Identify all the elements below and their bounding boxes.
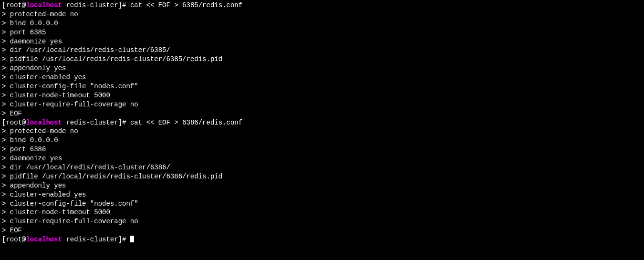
continuation-line: > port 6386 <box>2 145 642 154</box>
heredoc-text: cluster-config-file "nodes.conf" <box>10 200 138 208</box>
command-text: cat << EOF > 6385/redis.conf <box>130 1 242 9</box>
heredoc-text: port 6385 <box>10 29 46 36</box>
continuation-prompt: > <box>2 83 10 90</box>
bracket-close: ] <box>118 1 122 9</box>
prompt-path: redis-cluster <box>66 119 118 126</box>
heredoc-text: dir /usr/local/redis/redis-cluster/6385/ <box>10 46 170 54</box>
heredoc-text: protected-mode no <box>10 127 78 135</box>
continuation-prompt: > <box>2 200 10 208</box>
continuation-prompt: > <box>2 208 10 216</box>
continuation-prompt: > <box>2 136 10 144</box>
prompt-line: [root@localhost redis-cluster]# <box>2 235 642 244</box>
continuation-line: > cluster-config-file "nodes.conf" <box>2 199 642 208</box>
continuation-line: > pidfile /usr/local/redis/redis-cluster… <box>2 172 642 181</box>
command-text: cat << EOF > 6386/redis.conf <box>130 119 242 126</box>
prompt-hash: # <box>122 236 130 243</box>
terminal-output[interactable]: [root@localhost redis-cluster]# cat << E… <box>2 1 642 244</box>
continuation-prompt: > <box>2 110 10 117</box>
heredoc-text: pidfile /usr/local/redis/redis-cluster/6… <box>10 173 222 180</box>
heredoc-text: daemonize yes <box>10 155 62 162</box>
continuation-line: > bind 0.0.0.0 <box>2 19 642 28</box>
continuation-line: > dir /usr/local/redis/redis-cluster/638… <box>2 163 642 172</box>
prompt-line: [root@localhost redis-cluster]# cat << E… <box>2 1 642 10</box>
bracket-close: ] <box>118 236 122 243</box>
heredoc-text: cluster-require-full-coverage no <box>10 101 138 108</box>
continuation-line: > pidfile /usr/local/redis/redis-cluster… <box>2 55 642 64</box>
continuation-line: > cluster-node-timeout 5000 <box>2 208 642 217</box>
heredoc-text: cluster-node-timeout 5000 <box>10 208 110 216</box>
continuation-line: > cluster-node-timeout 5000 <box>2 91 642 100</box>
heredoc-text: cluster-enabled yes <box>10 191 86 198</box>
continuation-prompt: > <box>2 73 10 81</box>
prompt-user: root <box>6 119 22 126</box>
continuation-prompt: > <box>2 29 10 36</box>
heredoc-text: EOF <box>10 110 22 117</box>
continuation-line: > cluster-require-full-coverage no <box>2 217 642 226</box>
prompt-hash: # <box>122 1 130 9</box>
continuation-prompt: > <box>2 10 10 18</box>
prompt-host: localhost <box>26 236 62 243</box>
prompt-path: redis-cluster <box>66 1 118 9</box>
continuation-line: > protected-mode no <box>2 127 642 136</box>
continuation-prompt: > <box>2 46 10 54</box>
continuation-prompt: > <box>2 101 10 108</box>
heredoc-text: cluster-require-full-coverage no <box>10 218 138 225</box>
continuation-prompt: > <box>2 164 10 171</box>
continuation-prompt: > <box>2 20 10 27</box>
heredoc-text: pidfile /usr/local/redis/redis-cluster/6… <box>10 55 222 63</box>
continuation-prompt: > <box>2 182 10 189</box>
heredoc-text: cluster-node-timeout 5000 <box>10 92 110 99</box>
heredoc-text: appendonly yes <box>10 182 66 189</box>
heredoc-text: dir /usr/local/redis/redis-cluster/6386/ <box>10 164 170 171</box>
continuation-line: > daemonize yes <box>2 154 642 163</box>
prompt-path: redis-cluster <box>66 236 118 243</box>
continuation-line: > appendonly yes <box>2 181 642 190</box>
continuation-line: > protected-mode no <box>2 10 642 19</box>
continuation-prompt: > <box>2 173 10 180</box>
prompt-line: [root@localhost redis-cluster]# cat << E… <box>2 118 642 127</box>
cursor[interactable] <box>130 236 134 242</box>
continuation-line: > bind 0.0.0.0 <box>2 136 642 145</box>
continuation-prompt: > <box>2 55 10 63</box>
continuation-prompt: > <box>2 218 10 225</box>
heredoc-text: bind 0.0.0.0 <box>10 20 58 27</box>
prompt-host: localhost <box>26 1 62 9</box>
continuation-line: > cluster-config-file "nodes.conf" <box>2 82 642 91</box>
continuation-prompt: > <box>2 227 10 234</box>
heredoc-text: EOF <box>10 227 22 234</box>
prompt-hash: # <box>122 119 130 126</box>
heredoc-text: daemonize yes <box>10 38 62 45</box>
continuation-line: > dir /usr/local/redis/redis-cluster/638… <box>2 46 642 55</box>
continuation-line: > appendonly yes <box>2 64 642 73</box>
heredoc-text: appendonly yes <box>10 64 66 72</box>
prompt-user: root <box>6 236 22 243</box>
heredoc-text: protected-mode no <box>10 10 78 18</box>
bracket-close: ] <box>118 119 122 126</box>
continuation-line: > cluster-enabled yes <box>2 73 642 82</box>
continuation-prompt: > <box>2 38 10 45</box>
heredoc-text: bind 0.0.0.0 <box>10 136 58 144</box>
continuation-line: > cluster-enabled yes <box>2 190 642 199</box>
prompt-host: localhost <box>26 119 62 126</box>
continuation-line: > cluster-require-full-coverage no <box>2 100 642 109</box>
continuation-prompt: > <box>2 155 10 162</box>
continuation-prompt: > <box>2 64 10 72</box>
continuation-line: > EOF <box>2 226 642 235</box>
continuation-line: > port 6385 <box>2 28 642 37</box>
heredoc-text: cluster-config-file "nodes.conf" <box>10 83 138 90</box>
prompt-user: root <box>6 1 22 9</box>
continuation-prompt: > <box>2 127 10 135</box>
continuation-prompt: > <box>2 92 10 99</box>
continuation-prompt: > <box>2 191 10 198</box>
continuation-line: > EOF <box>2 109 642 118</box>
continuation-line: > daemonize yes <box>2 37 642 46</box>
heredoc-text: cluster-enabled yes <box>10 73 86 81</box>
heredoc-text: port 6386 <box>10 146 46 153</box>
continuation-prompt: > <box>2 146 10 153</box>
